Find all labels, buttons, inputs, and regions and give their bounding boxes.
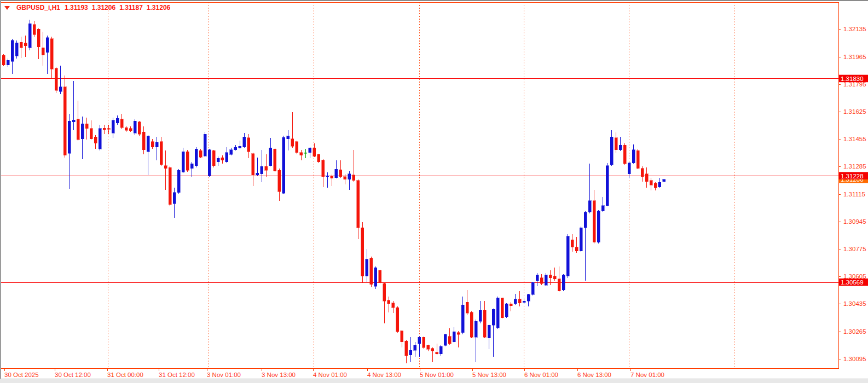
candle-body — [545, 275, 547, 286]
candle-body — [553, 276, 556, 279]
price-tick-label: 1.31285 — [843, 163, 866, 170]
candle-body — [138, 122, 141, 134]
candle-body — [580, 228, 582, 251]
time-tick-label: 5 Nov 01:00 — [420, 372, 454, 378]
candle-body — [461, 305, 464, 333]
candle-body — [366, 259, 368, 276]
candle-body — [11, 40, 14, 62]
candle-body — [606, 166, 609, 206]
candle-body — [566, 236, 569, 276]
candle-body — [63, 87, 66, 155]
candle-body — [470, 312, 473, 338]
candle-body — [448, 336, 451, 344]
candle-body — [601, 206, 604, 211]
candle-body — [501, 298, 504, 318]
candle-body — [252, 154, 254, 175]
ohlc-open: 1.31193 — [65, 4, 88, 11]
candle-body — [396, 307, 399, 332]
time-tick-label: 31 Oct 00:00 — [107, 372, 143, 378]
candle-body — [361, 228, 364, 276]
candle-body — [274, 149, 276, 171]
candle-body — [239, 146, 241, 148]
candle-body — [339, 170, 342, 177]
candle-body — [650, 181, 652, 185]
candle-body — [483, 310, 486, 337]
candle-body — [444, 334, 447, 345]
price-tick-label: 1.31115 — [843, 191, 865, 198]
candle-body — [99, 129, 101, 149]
candle-body — [663, 179, 666, 182]
candle-body — [151, 142, 154, 147]
candle-body — [331, 176, 333, 178]
candle-body — [230, 150, 233, 154]
candle-body — [588, 201, 591, 212]
time-tick-label: 3 Nov 13:00 — [262, 372, 296, 378]
candle-body — [177, 170, 180, 193]
candle-body — [492, 309, 495, 325]
candle-body — [296, 142, 298, 153]
symbol-label: GBPUSD_i,H1 — [16, 4, 60, 11]
candle-body — [479, 310, 482, 321]
time-tick-label: 30 Oct 12:00 — [55, 372, 91, 378]
time-tick-label: 6 Nov 01:00 — [524, 372, 558, 378]
candle-body — [536, 275, 539, 281]
candle-body — [33, 25, 36, 35]
candle-body — [383, 283, 386, 301]
candlestick-chart[interactable]: 1.321351.319651.317951.316251.314551.312… — [0, 0, 868, 383]
candle-body — [28, 24, 31, 48]
candle-body — [208, 150, 211, 176]
candle-body — [357, 181, 360, 228]
candle-body — [453, 332, 455, 342]
candle-body — [225, 153, 228, 162]
candle-body — [418, 337, 421, 344]
candle-body — [116, 118, 119, 123]
candle-body — [623, 145, 626, 164]
candle-body — [234, 147, 237, 150]
candle-body — [496, 298, 499, 328]
candle-body — [549, 275, 552, 278]
candle-body — [405, 341, 408, 356]
candle-body — [636, 150, 639, 168]
candle-body — [457, 333, 460, 334]
time-tick-label: 5 Nov 13:00 — [472, 372, 506, 378]
candle-body — [427, 345, 430, 349]
time-tick-label: 30 Oct 2025 — [4, 372, 39, 378]
candle-body — [186, 152, 189, 170]
candle-body — [287, 136, 290, 139]
time-tick-label: 6 Nov 13:00 — [577, 372, 611, 378]
window-border-left — [0, 0, 1, 379]
candle-body — [120, 119, 123, 127]
candle-body — [85, 124, 88, 128]
candle-body — [527, 294, 530, 301]
candle-body — [142, 132, 145, 149]
candle-body — [423, 337, 425, 347]
candle-body — [641, 169, 644, 177]
candle-body — [261, 166, 263, 174]
candle-body — [243, 137, 246, 147]
candle-body — [195, 149, 198, 165]
price-tick-label: 1.30265 — [843, 328, 866, 335]
chart-title: GBPUSD_i,H1 1.311931.312061.311871.31206 — [4, 4, 170, 11]
candle-body — [326, 176, 329, 177]
candle-body — [173, 193, 176, 204]
candle-body — [42, 48, 44, 55]
candle-body — [269, 148, 272, 165]
candle-body — [182, 152, 184, 172]
candle-body — [370, 258, 373, 284]
symbol-dropdown-icon[interactable] — [4, 6, 10, 10]
candle-body — [313, 148, 316, 156]
candle-body — [593, 201, 595, 242]
candle-body — [24, 43, 27, 46]
candle-body — [317, 154, 320, 162]
candle-body — [278, 170, 281, 192]
price-tick-label: 1.32135 — [843, 26, 866, 32]
candle-body — [291, 139, 294, 147]
chart-background — [0, 0, 868, 379]
candle-body — [282, 137, 285, 193]
candle-body — [134, 121, 136, 133]
price-tick-label: 1.30945 — [843, 218, 866, 225]
candle-body — [199, 150, 202, 157]
candle-body — [160, 142, 163, 165]
candle-body — [518, 299, 521, 303]
candle-body — [575, 247, 578, 251]
